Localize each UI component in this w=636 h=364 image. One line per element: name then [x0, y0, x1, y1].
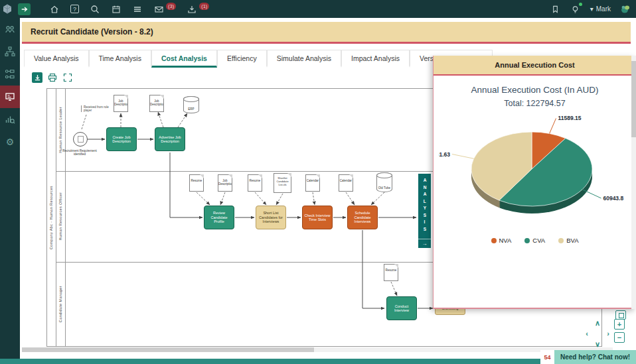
mail-badge: (3) — [166, 3, 176, 10]
lane-label-3: Candidate Manager — [56, 262, 65, 347]
annotation-received-from-role-player[interactable]: Received from role player — [81, 105, 112, 112]
topbar: ? (3) (1) — [0, 0, 636, 18]
analysis-arrow-icon: → — [418, 239, 431, 247]
legend-dot-nva — [491, 238, 497, 243]
doc-job-description-1[interactable]: Job Description — [114, 95, 128, 112]
sidebar-item-analytics[interactable] — [0, 108, 20, 131]
lane-label-1: Human Resource Leader — [56, 88, 65, 171]
go-arrow-button[interactable] — [18, 3, 31, 15]
search-icon[interactable] — [90, 4, 100, 15]
zoom-in-button[interactable]: + — [614, 319, 625, 330]
task-check-interview-time-slots[interactable]: Check Interview Time Slots — [302, 206, 333, 229]
inbox-badge: (1) — [199, 3, 209, 10]
help-icon[interactable]: ? — [70, 5, 79, 13]
vertical-scrollbar-thumb[interactable] — [631, 61, 636, 137]
caret-down-icon: ▾ — [590, 5, 594, 13]
bookmark-icon[interactable] — [550, 4, 561, 15]
idea-bulb-icon[interactable] — [570, 4, 581, 15]
task-conduct-interview[interactable]: Conduct Interview — [386, 296, 417, 320]
doc-calendar-2[interactable]: Calendar — [339, 174, 353, 192]
chart-total: Total: 122794.57 — [434, 99, 636, 108]
app-window: ? (3) (1) — [0, 0, 636, 364]
task-review-candidate-profile[interactable]: Review Candidate Profile — [204, 206, 234, 229]
user-name: Mark — [596, 5, 611, 13]
notification-dot — [579, 3, 582, 6]
export-icon[interactable] — [32, 72, 42, 83]
mail-icon[interactable] — [153, 4, 164, 15]
pan-up-button[interactable]: ∧ — [592, 318, 603, 328]
datastore-old-tube[interactable]: Old Tube — [376, 172, 392, 192]
svg-text:60943.8: 60943.8 — [603, 195, 623, 202]
gear-icon: ⚙ — [6, 137, 15, 147]
brand-logo-icon — [620, 4, 631, 15]
pan-down-button[interactable]: ∨ — [592, 339, 603, 349]
app-logo-icon — [2, 4, 13, 15]
chat-logo: 54 — [540, 350, 554, 364]
legend-dot-bva — [558, 238, 564, 243]
panel-header: Annual Execution Cost — [434, 56, 636, 76]
tab-cost-analysis[interactable]: Cost Analysis — [151, 50, 217, 68]
zoom-out-button[interactable]: − — [614, 332, 625, 343]
lane-label-2: Human Resources Officer — [56, 171, 65, 262]
horizontal-scrollbar-thumb[interactable] — [22, 347, 314, 352]
sidebar-item-workspace-active[interactable] — [0, 86, 20, 108]
pan-right-button[interactable]: › — [603, 328, 613, 339]
legend-dot-cva — [524, 238, 530, 243]
start-event-label: Recruitment Requirement identified — [60, 149, 100, 156]
pan-left-button[interactable]: ‹ — [582, 328, 592, 339]
task-advertise-job-description[interactable]: Advertise Job Description — [155, 127, 185, 151]
tab-time-analysis[interactable]: Time Analysis — [89, 50, 151, 68]
fullscreen-icon[interactable] — [62, 72, 73, 83]
datastore-erp[interactable]: ERP — [183, 96, 199, 113]
annual-execution-cost-panel: Annual Execution Cost Annual Execution C… — [433, 56, 636, 309]
legend-item-bva: BVA — [558, 237, 578, 244]
sidebar-item-process[interactable] — [0, 63, 20, 86]
doc-resume-2[interactable]: Resume — [248, 174, 262, 192]
doc-job-description-3[interactable]: Job Description — [218, 174, 232, 192]
doc-calendar-1[interactable]: Calendar — [305, 174, 320, 192]
chart-title: Annual Execution Cost (In AUD) — [434, 85, 636, 95]
svg-text:50261.63: 50261.63 — [439, 151, 450, 158]
doc-resume-3[interactable]: Resume — [384, 264, 398, 281]
user-menu[interactable]: ▾ Mark — [590, 5, 611, 13]
pool-label: Company Abc - Human Resources — [46, 88, 56, 347]
chart-legend: NVA CVA BVA — [434, 237, 636, 244]
chat-help-label: Need help? Chat now! — [554, 350, 636, 364]
calendar-icon[interactable] — [111, 4, 121, 15]
tab-value-analysis[interactable]: Value Analysis — [24, 50, 89, 68]
task-create-job-description[interactable]: Create Job Description — [106, 127, 137, 151]
legend-item-nva: NVA — [491, 237, 512, 244]
sidebar-item-team[interactable] — [0, 18, 20, 40]
print-icon[interactable] — [47, 72, 58, 83]
horizontal-scrollbar[interactable] — [22, 347, 613, 352]
tab-bar: Value Analysis Time Analysis Cost Analys… — [24, 50, 493, 68]
task-schedule-candidate-interviews[interactable]: Schedule Candidate Interviews — [347, 206, 378, 229]
tab-efficiency[interactable]: Efficiency — [217, 50, 267, 68]
sidebar: ⚙ — [0, 18, 20, 359]
home-icon[interactable] — [49, 4, 60, 15]
inbox-download-icon[interactable] — [187, 4, 197, 15]
page-title: Recruit Candidate (Version - 8.2) — [22, 22, 631, 44]
start-event[interactable] — [73, 132, 88, 147]
legend-item-cva: CVA — [524, 237, 545, 244]
thumbnail-view-button[interactable] — [615, 310, 626, 320]
pie-chart-wrap: 11589.1560943.850261.63 — [439, 111, 631, 229]
tab-impact-analysis[interactable]: Impact Analysis — [341, 50, 410, 68]
chat-help-button[interactable]: 54 Need help? Chat now! — [540, 350, 636, 364]
svg-text:11589.15: 11589.15 — [558, 115, 581, 121]
vertical-scrollbar[interactable] — [631, 56, 636, 309]
sidebar-item-org-chart[interactable] — [0, 40, 20, 63]
diagram-toolbar — [32, 72, 73, 83]
doc-job-description-2[interactable]: Job Description — [149, 95, 164, 112]
doc-resume-1[interactable]: Resume — [189, 174, 204, 192]
tab-simulate-analysis[interactable]: Simulate Analysis — [267, 50, 341, 68]
task-short-list-candidates[interactable]: Short List Candidates for Interviews — [256, 206, 286, 229]
inbox-group[interactable]: (1) — [187, 4, 209, 15]
mail-group[interactable]: (3) — [153, 4, 176, 15]
doc-shortlist-candidate-list[interactable]: Shortlist Candidate List.xls — [274, 173, 291, 193]
analysis-bar[interactable]: ANALYSIS → — [418, 174, 431, 248]
sidebar-item-settings[interactable]: ⚙ — [0, 131, 20, 153]
menu-icon[interactable] — [132, 4, 143, 15]
pie-chart: 11589.1560943.850261.63 — [439, 111, 631, 229]
